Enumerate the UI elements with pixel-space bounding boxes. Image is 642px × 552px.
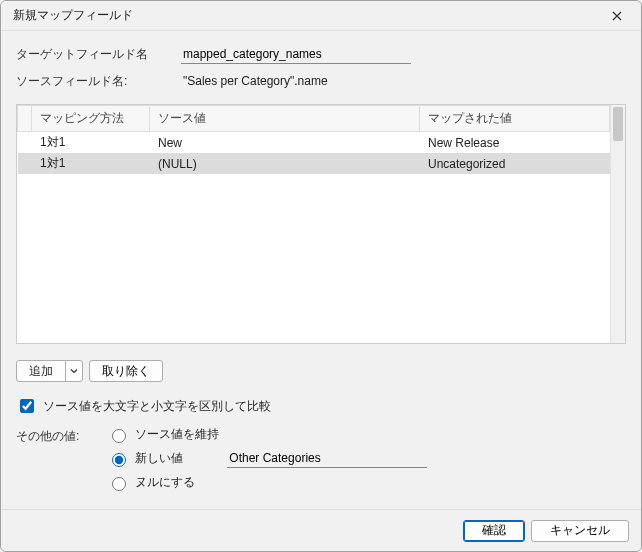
chevron-down-icon (70, 367, 78, 375)
case-sensitive-checkbox[interactable] (20, 399, 34, 413)
radio-set-null[interactable] (112, 477, 126, 491)
cell-source[interactable]: (NULL) (150, 153, 420, 174)
window-title: 新規マップフィールド (13, 7, 133, 24)
row-spacer (18, 132, 32, 154)
table-row[interactable]: 1対1(NULL)Uncategorized (18, 153, 610, 174)
ok-button[interactable]: 確認 (463, 520, 525, 542)
cancel-button[interactable]: キャンセル (531, 520, 629, 542)
cell-method[interactable]: 1対1 (32, 132, 150, 154)
case-sensitive-row: ソース値を大文字と小文字を区別して比較 (16, 396, 626, 416)
table-header-row: マッピング方法 ソース値 マップされた値 (18, 106, 610, 132)
source-field-value: "Sales per Category".name (181, 72, 330, 90)
radio-set-null-label[interactable]: ヌルにする (135, 474, 195, 491)
case-sensitive-label[interactable]: ソース値を大文字と小文字を区別して比較 (43, 398, 271, 415)
dialog-body: ターゲットフィールド名 ソースフィールド名: "Sales per Catego… (1, 31, 641, 509)
table-header-method[interactable]: マッピング方法 (32, 106, 150, 132)
cell-source[interactable]: New (150, 132, 420, 154)
target-field-input[interactable] (181, 45, 411, 64)
close-button[interactable] (595, 2, 639, 30)
add-button-label: 追加 (17, 361, 66, 381)
add-button[interactable]: 追加 (16, 360, 83, 382)
remove-button[interactable]: 取り除く (89, 360, 163, 382)
target-field-label: ターゲットフィールド名 (16, 46, 181, 63)
other-values-label: その他の値: (16, 426, 79, 445)
radio-keep-source[interactable] (112, 429, 126, 443)
table-header-mapped[interactable]: マップされた値 (420, 106, 610, 132)
row-spacer (18, 153, 32, 174)
scrollbar-thumb[interactable] (613, 107, 623, 141)
dialog-footer: 確認 キャンセル (1, 509, 641, 551)
source-field-row: ソースフィールド名: "Sales per Category".name (16, 72, 626, 90)
table-header-source[interactable]: ソース値 (150, 106, 420, 132)
table-header-spacer[interactable] (18, 106, 32, 132)
titlebar: 新規マップフィールド (1, 1, 641, 31)
source-field-label: ソースフィールド名: (16, 73, 181, 90)
mapping-table: マッピング方法 ソース値 マップされた値 1対1NewNew Release1対… (16, 104, 626, 344)
radio-keep-source-label[interactable]: ソース値を維持 (135, 426, 219, 443)
cell-method[interactable]: 1対1 (32, 153, 150, 174)
table-scrollbar[interactable] (610, 105, 625, 343)
cell-mapped[interactable]: New Release (420, 132, 610, 154)
close-icon (612, 11, 622, 21)
new-value-input[interactable] (227, 449, 427, 468)
radio-new-value-label[interactable]: 新しい値 (135, 450, 183, 467)
radio-new-value[interactable] (112, 453, 126, 467)
table-row[interactable]: 1対1NewNew Release (18, 132, 610, 154)
table-button-row: 追加 取り除く (16, 360, 626, 382)
other-values-block: その他の値: ソース値を維持 新しい値 ヌルにする (16, 426, 626, 491)
target-field-row: ターゲットフィールド名 (16, 45, 626, 64)
cell-mapped[interactable]: Uncategorized (420, 153, 610, 174)
add-button-dropdown[interactable] (66, 367, 82, 375)
